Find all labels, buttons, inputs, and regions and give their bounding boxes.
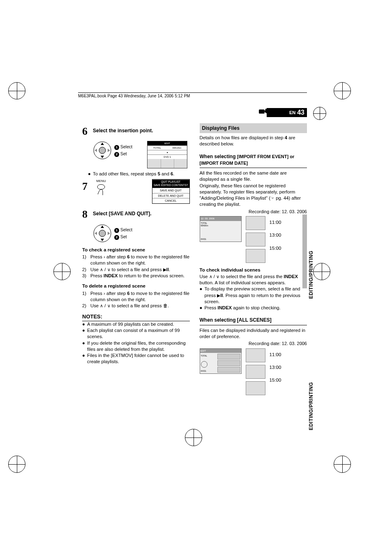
set-label: Set: [120, 151, 127, 156]
up-down-icon: ∧ / ∨: [100, 267, 110, 272]
svg-marker-14: [95, 232, 97, 235]
crop-mark: [53, 263, 71, 280]
body-text: Originally, these files cannot be regist…: [200, 183, 307, 208]
svg-marker-5: [101, 143, 104, 145]
note-text: A maximum of 99 playlists can be created…: [87, 321, 174, 327]
crop-mark: [313, 107, 326, 120]
sub-section-heading: When selecting [ALL SCENES]: [200, 317, 307, 325]
section-tab-label: EDITING/PRINTING: [308, 251, 314, 299]
right-column: Displaying Files Details on how files ar…: [200, 123, 307, 395]
body-text: Use ∧ / ∨ to select a file and press ▶ll…: [90, 267, 170, 273]
svg-point-9: [97, 184, 105, 189]
time-column: 11:00 13:00 15:00: [270, 216, 281, 254]
body-text: Press INDEX to return to the previous sc…: [90, 273, 184, 279]
notes-heading: NOTES:: [82, 313, 190, 321]
svg-marker-12: [101, 226, 104, 228]
lcd-screen-icon: EDIT TOTAL00h15m ● DVD 1: [147, 141, 187, 168]
svg-marker-15: [108, 232, 110, 235]
play-pause-icon: ▶ll: [217, 293, 223, 298]
body-text: To display the preview screen, select a …: [205, 286, 307, 305]
note-text: If you delete the original files, the co…: [87, 340, 190, 353]
left-column: 6 Select the insertion point. 1Select: [82, 123, 190, 395]
recording-date: Recording date: 12. 03. 2006: [200, 209, 307, 215]
dpad-icon: [93, 141, 112, 160]
time-column: 11:00 13:00 15:00: [270, 348, 281, 387]
menu-button-icon: MENU: [93, 179, 109, 197]
select-label: Select: [120, 227, 132, 232]
body-text: Press › after step 6 to move to the regi…: [90, 290, 190, 303]
dpad-icon: [93, 224, 112, 243]
page-number-band: EN 43: [267, 108, 307, 117]
step-number: 7: [82, 179, 91, 193]
crop-mark: [334, 456, 351, 473]
body-text: Use ∧ / ∨ to select the file and press t…: [200, 274, 307, 286]
lcd-screen-icon: 12. 03. 2006 TOTAL00h00m DVD1: [200, 216, 242, 242]
svg-marker-6: [101, 156, 104, 158]
section-tab-label: EDITING/PRINTING: [308, 382, 314, 430]
page-number: 43: [297, 109, 304, 116]
sub-section-heading: When selecting [IMPORT FROM EVENT] or [I…: [200, 153, 307, 168]
body-text: Press › after step 6 to move to the regi…: [90, 254, 190, 267]
step-title: Select the insertion point.: [93, 124, 153, 134]
body-text: Use ∧ / ∨ to select a file and press 🗑.: [90, 303, 169, 309]
select-label: Select: [120, 144, 132, 149]
body-text: Press INDEX again to stop checking.: [205, 305, 281, 311]
svg-marker-8: [108, 149, 110, 152]
svg-marker-13: [101, 239, 104, 241]
up-down-icon: ∧ / ∨: [100, 303, 110, 308]
sub-heading: To check a registered scene: [82, 247, 190, 253]
step-title: Select [SAVE AND QUIT].: [93, 207, 152, 217]
menu-box: QUIT PLAYLISTSAVE EDITED CONTENTS? SAVE …: [152, 179, 190, 204]
body-text: Details on how files are displayed in st…: [200, 135, 307, 147]
crop-mark: [334, 82, 351, 99]
crop-mark: [8, 82, 25, 99]
recording-date: Recording date: 12. 03. 2006: [200, 341, 307, 347]
step-number: 6: [82, 124, 91, 138]
up-down-icon: ∧ / ∨: [209, 274, 219, 279]
step-number: 8: [82, 207, 91, 221]
section-heading: Displaying Files: [200, 123, 307, 133]
thumbnail-column: [246, 216, 265, 263]
crop-mark: [313, 263, 330, 280]
svg-marker-7: [95, 149, 97, 152]
sub-heading: To check individual scenes: [200, 267, 307, 274]
sub-heading: To delete a registered scene: [82, 283, 190, 290]
header-text: M6E3PAL.book Page 43 Wednesday, June 14,…: [78, 92, 307, 98]
thumbnail-column: [246, 348, 265, 395]
note-text: Files in the [EXTMOV] folder cannot be u…: [87, 352, 190, 365]
svg-point-11: [99, 230, 106, 237]
svg-point-4: [99, 147, 106, 154]
set-label: Set: [120, 234, 127, 239]
play-pause-icon: ▶ll: [163, 267, 169, 272]
note-text: Each playlist can consist of a maximum o…: [87, 327, 190, 340]
body-text: To add other files, repeat steps 5 and 6…: [93, 171, 175, 177]
body-text: All the files recorded on the same date …: [200, 170, 307, 183]
lcd-screen-icon: EDIT TOTAL DVD1: [200, 348, 242, 374]
trash-icon: 🗑: [163, 303, 168, 308]
svg-rect-0: [259, 109, 265, 113]
crop-mark: [185, 429, 202, 446]
page-lang: EN: [289, 110, 295, 115]
page-ref-icon: ☞: [270, 196, 274, 200]
crop-mark: [8, 456, 25, 473]
body-text: Files can be displayed individually and …: [200, 327, 307, 340]
